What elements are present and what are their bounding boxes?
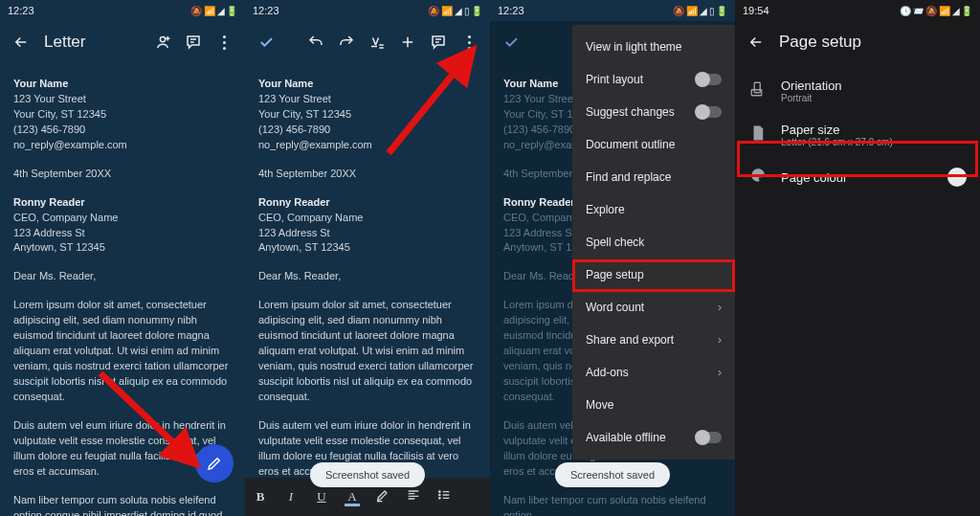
overflow-menu: View in light theme Print layout Suggest…: [572, 25, 735, 460]
orientation-icon: [748, 80, 768, 101]
menu-explore[interactable]: Explore: [572, 193, 735, 226]
chevron-right-icon: ›: [718, 366, 722, 379]
app-bar: Page setup: [735, 21, 980, 63]
edit-fab[interactable]: [195, 444, 234, 482]
menu-view-light-theme[interactable]: View in light theme: [572, 31, 735, 63]
svg-rect-6: [754, 82, 760, 93]
clock: 19:54: [743, 5, 769, 16]
menu-available-offline[interactable]: Available offline: [572, 421, 735, 454]
undo-icon[interactable]: [301, 27, 331, 57]
toast-screenshot-saved: Screenshot saved: [555, 462, 670, 487]
menu-find-replace[interactable]: Find and replace: [572, 161, 735, 193]
clock: 12:23: [8, 5, 34, 16]
document-title[interactable]: Letter: [44, 33, 147, 52]
menu-document-outline[interactable]: Document outline: [572, 128, 735, 161]
screen-2-docs-edit: 12:23 🔕 📶 ◢ ▯ 🔋 Your Name 123 Your Stree…: [245, 0, 490, 516]
status-icons: 🕓 📨 🔕 📶 ◢ 🔋: [900, 6, 972, 16]
svg-point-0: [160, 36, 165, 41]
recipient-name: Ronny Reader: [13, 195, 232, 211]
menu-page-setup[interactable]: Page setup: [572, 258, 735, 291]
add-person-icon[interactable]: [147, 27, 178, 57]
row-page-colour[interactable]: Page colour: [735, 157, 980, 197]
more-icon[interactable]: [454, 27, 484, 57]
status-icons: 🔕 📶 ◢ ▯ 🔋: [428, 6, 482, 16]
document-body[interactable]: Your Name 123 Your Street Your City, ST …: [245, 63, 490, 516]
menu-move[interactable]: Move: [572, 389, 735, 421]
menu-share-export[interactable]: Share and export›: [572, 324, 735, 356]
svg-point-2: [439, 491, 440, 492]
done-icon[interactable]: [251, 27, 281, 57]
menu-add-ons[interactable]: Add-ons›: [572, 356, 735, 389]
menu-word-count[interactable]: Word count›: [572, 291, 735, 324]
row-orientation[interactable]: Orientation Portrait: [735, 69, 980, 113]
paper-icon: [748, 124, 768, 146]
chevron-right-icon: ›: [718, 301, 722, 314]
svg-point-3: [439, 494, 440, 495]
italic-button[interactable]: I: [278, 489, 304, 505]
text-color-button[interactable]: A: [339, 489, 366, 505]
app-bar: Letter: [0, 21, 245, 63]
insert-icon[interactable]: [392, 27, 423, 57]
palette-icon: [748, 167, 768, 188]
back-icon[interactable]: [741, 27, 771, 57]
done-icon[interactable]: [496, 27, 526, 57]
page-colour-swatch[interactable]: [947, 168, 967, 187]
row-paper-size[interactable]: Paper size Letter (21.6 cm x 27.9 cm): [735, 113, 980, 157]
chevron-right-icon: ›: [718, 333, 722, 347]
format-text-icon[interactable]: [362, 27, 392, 57]
menu-spell-check[interactable]: Spell check: [572, 226, 735, 258]
bullet-list-button[interactable]: [431, 487, 457, 506]
highlight-button[interactable]: [369, 487, 396, 506]
screen-4-page-setup: 19:54 🕓 📨 🔕 📶 ◢ 🔋 Page setup Orientation…: [735, 0, 980, 516]
menu-print-layout[interactable]: Print layout: [572, 63, 735, 96]
comment-icon[interactable]: [178, 27, 209, 57]
align-button[interactable]: [400, 487, 427, 506]
status-bar: 19:54 🕓 📨 🔕 📶 ◢ 🔋: [735, 0, 980, 21]
comment-icon[interactable]: [423, 27, 454, 57]
status-bar: 12:23 🔕 📶 ◢ 🔋: [0, 0, 245, 21]
svg-point-4: [439, 498, 440, 499]
screen-1-docs-view: 12:23 🔕 📶 ◢ 🔋 Letter Your Name 123 Your …: [0, 0, 245, 516]
toggle-available-offline[interactable]: [697, 432, 722, 443]
redo-icon[interactable]: [331, 27, 362, 57]
underline-button[interactable]: U: [308, 489, 335, 505]
toggle-print-layout[interactable]: [697, 74, 722, 85]
app-bar: [245, 21, 490, 63]
bold-button[interactable]: B: [247, 489, 274, 505]
status-icons: 🔕 📶 ◢ 🔋: [190, 6, 237, 16]
menu-suggest-changes[interactable]: Suggest changes: [572, 96, 735, 128]
more-icon[interactable]: [209, 27, 239, 57]
screen-3-overflow-menu: 12:23 🔕 📶 ◢ ▯ 🔋 Your Name 123 Your Stree…: [490, 0, 735, 516]
toggle-suggest-changes[interactable]: [697, 106, 722, 118]
toast-screenshot-saved: Screenshot saved: [310, 462, 425, 487]
status-bar: 12:23 🔕 📶 ◢ ▯ 🔋: [490, 0, 735, 21]
clock: 12:23: [498, 5, 524, 16]
status-bar: 12:23 🔕 📶 ◢ ▯ 🔋: [245, 0, 490, 21]
sender-name: Your Name: [13, 77, 232, 92]
status-icons: 🔕 📶 ◢ ▯ 🔋: [673, 6, 727, 16]
page-title: Page setup: [779, 33, 974, 52]
page-setup-list: Orientation Portrait Paper size Letter (…: [735, 63, 980, 197]
back-icon[interactable]: [6, 27, 36, 57]
clock: 12:23: [253, 5, 279, 16]
